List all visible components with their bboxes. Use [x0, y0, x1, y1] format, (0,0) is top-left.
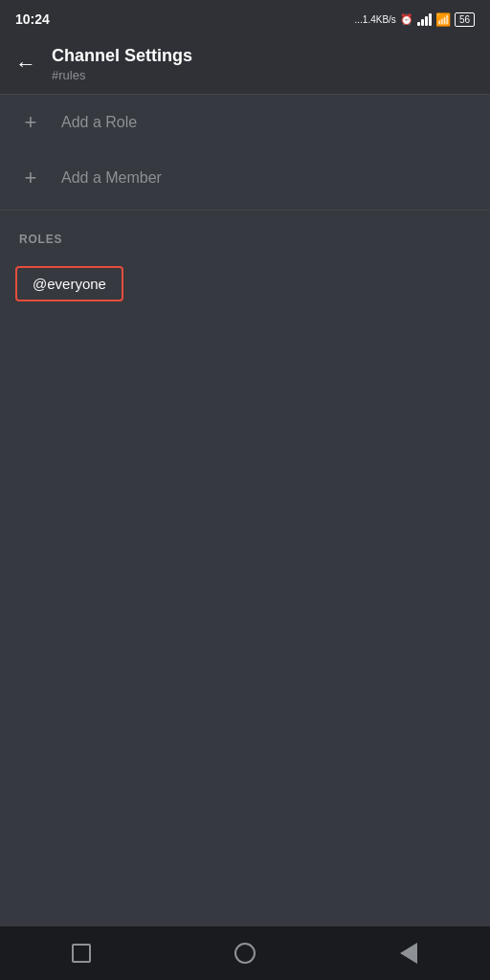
recent-apps-button[interactable] — [64, 936, 99, 970]
triangle-icon — [400, 943, 417, 964]
plus-icon: + — [19, 112, 42, 133]
network-speed: ...1.4KB/s — [355, 14, 396, 25]
channel-name: #rules — [52, 68, 192, 82]
page-header: ← Channel Settings #rules — [0, 34, 490, 95]
page-title: Channel Settings — [52, 46, 192, 66]
circle-icon — [234, 943, 256, 964]
home-button[interactable] — [228, 936, 262, 970]
role-everyone[interactable]: @everyone — [15, 266, 123, 301]
back-button[interactable]: ← — [15, 54, 36, 75]
wifi-icon: 📶 — [435, 12, 451, 27]
roles-list: @everyone — [0, 256, 490, 311]
role-everyone-label: @everyone — [33, 276, 106, 292]
plus-icon-2: + — [19, 167, 42, 189]
roles-section-header: ROLES — [0, 214, 490, 256]
add-member-label: Add a Member — [61, 169, 162, 187]
header-text: Channel Settings #rules — [52, 46, 192, 82]
signal-icon — [417, 13, 432, 26]
add-member-button[interactable]: + Add a Member — [0, 150, 490, 206]
content-area: + Add a Role + Add a Member ROLES @every… — [0, 95, 490, 311]
battery-icon: 56 — [455, 12, 475, 27]
square-icon — [72, 944, 91, 963]
system-back-button[interactable] — [391, 936, 426, 970]
status-icons: ...1.4KB/s ⏰ 📶 56 — [355, 12, 475, 27]
bottom-navigation — [0, 926, 490, 980]
status-time: 10:24 — [15, 11, 50, 27]
roles-section-title: ROLES — [19, 233, 62, 246]
add-role-label: Add a Role — [61, 114, 137, 131]
status-bar: 10:24 ...1.4KB/s ⏰ 📶 56 — [0, 0, 490, 34]
alarm-icon: ⏰ — [400, 13, 413, 26]
add-role-button[interactable]: + Add a Role — [0, 95, 490, 150]
section-divider — [0, 210, 490, 211]
